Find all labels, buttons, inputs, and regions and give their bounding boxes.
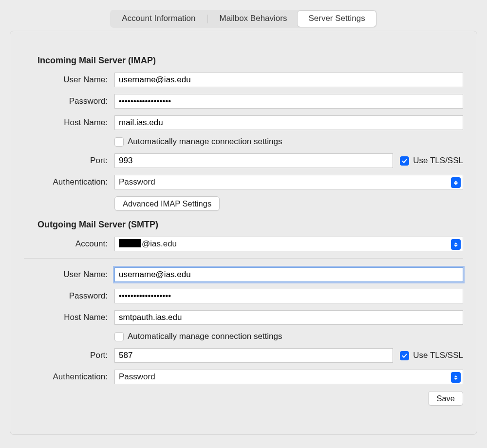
check-icon [401,353,408,359]
smtp-host-input[interactable] [114,310,463,325]
imap-section-title: Incoming Mail Server (IMAP) [37,56,463,66]
imap-host-label: Host Name: [24,118,114,128]
smtp-account-value: @ias.edu [119,239,177,249]
smtp-tls-checkbox[interactable] [400,351,409,360]
tab-group: Account Information Mailbox Behaviors Se… [110,10,376,28]
smtp-port-label: Port: [24,351,114,360]
smtp-account-label: Account: [24,239,114,249]
imap-port-input[interactable] [114,153,393,168]
stepper-icon [451,372,461,383]
divider [24,258,463,259]
tab-account-information[interactable]: Account Information [111,11,206,27]
smtp-password-input[interactable] [114,289,463,303]
imap-password-input[interactable] [114,94,463,109]
smtp-auto-manage-checkbox[interactable] [114,332,124,341]
tab-mailbox-behaviors[interactable]: Mailbox Behaviors [209,11,298,27]
imap-auth-label: Authentication: [24,177,114,187]
smtp-tls-label: Use TLS/SSL [413,351,463,360]
smtp-section-title: Outgoing Mail Server (SMTP) [37,220,463,230]
redacted-text [119,239,141,247]
imap-host-input[interactable] [114,115,463,130]
preferences-window: Account Information Mailbox Behaviors Se… [0,0,487,448]
smtp-auto-manage-label: Automatically manage connection settings [128,332,282,341]
imap-auth-value: Password [119,177,155,187]
smtp-auth-value: Password [119,372,155,382]
smtp-host-label: Host Name: [24,313,114,322]
imap-auto-manage-label: Automatically manage connection settings [128,137,282,147]
smtp-password-label: Password: [24,291,114,301]
imap-auth-select[interactable]: Password [114,175,463,189]
advanced-imap-settings-button[interactable]: Advanced IMAP Settings [114,196,220,211]
smtp-username-label: User Name: [24,270,114,280]
stepper-icon [451,239,461,250]
smtp-auth-label: Authentication: [24,372,114,382]
imap-password-label: Password: [24,96,114,106]
tab-server-settings[interactable]: Server Settings [298,11,375,27]
check-icon [401,158,408,164]
save-button[interactable]: Save [428,391,463,406]
imap-tls-label: Use TLS/SSL [413,156,463,166]
imap-username-label: User Name: [24,75,114,85]
smtp-username-input[interactable] [114,267,463,282]
stepper-icon [451,177,461,188]
smtp-port-input[interactable] [114,348,393,363]
smtp-auth-select[interactable]: Password [114,370,463,384]
server-settings-panel: Incoming Mail Server (IMAP) User Name: P… [10,31,477,435]
tab-separator [207,15,208,23]
imap-port-label: Port: [24,156,114,166]
tab-bar: Account Information Mailbox Behaviors Se… [0,10,487,28]
imap-tls-checkbox[interactable] [400,156,409,166]
imap-auto-manage-checkbox[interactable] [114,137,124,147]
smtp-account-select[interactable]: @ias.edu [114,237,463,251]
imap-username-input[interactable] [114,73,463,87]
